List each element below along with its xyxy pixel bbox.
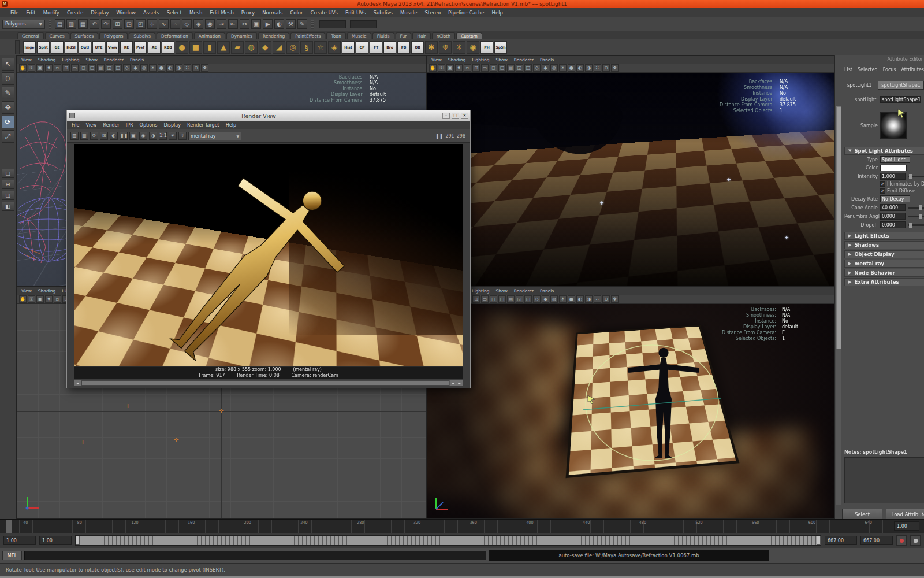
load-attributes-button[interactable]: Load Attributes — [886, 509, 924, 520]
save-scene-icon[interactable]: ▦ — [78, 19, 88, 29]
scroll-left2-icon[interactable]: ◄ — [450, 380, 456, 386]
shelf-tab[interactable]: Dynamics — [226, 32, 257, 39]
panel-menu-item[interactable]: Show — [496, 57, 508, 62]
select-button[interactable]: Select — [842, 509, 882, 520]
current-time-field[interactable]: 1.00 — [894, 521, 919, 531]
gate-mask-icon[interactable]: ▢ — [88, 64, 96, 72]
lock-camera-icon[interactable]: ⚿ — [438, 64, 445, 72]
shelf-gold-platonic[interactable]: ◈ — [328, 41, 341, 54]
snap-view-icon[interactable]: ◈ — [193, 19, 203, 29]
panel-menu-item[interactable]: List — [844, 67, 852, 72]
shaded-icon[interactable]: ◆ — [542, 64, 549, 72]
lock-camera-icon[interactable]: ⚿ — [28, 64, 35, 72]
quick-rename-field[interactable] — [350, 20, 377, 28]
safe-title-icon[interactable]: ◲ — [114, 64, 122, 72]
ipr-render-icon[interactable]: ◐ — [110, 132, 118, 140]
panel-menu-item[interactable]: View — [431, 57, 442, 62]
wireframe-icon[interactable]: ◇ — [533, 64, 541, 72]
panel-menu-item[interactable]: Lighting — [472, 57, 489, 62]
gate-mask-icon[interactable]: ▢ — [498, 64, 506, 72]
exposure-icon[interactable]: ☀ — [169, 132, 177, 140]
screenspace-ao-icon[interactable]: ◐ — [166, 64, 174, 72]
gate-mask-icon[interactable]: ▢ — [498, 295, 506, 303]
menubar-item[interactable]: Create — [67, 10, 83, 16]
panel-menu-item[interactable]: Renderer — [514, 57, 534, 62]
lights-icon[interactable]: ☀ — [559, 64, 567, 72]
panel-menu-item[interactable]: File — [72, 123, 79, 128]
shelf-tab[interactable]: Hair — [412, 32, 430, 39]
paint-select-tool[interactable]: ✎ — [2, 87, 14, 99]
scale-tool[interactable]: ⤢ — [2, 130, 14, 143]
save-image-icon[interactable]: ▦ — [80, 132, 88, 140]
panel-menu-item[interactable]: Lighting — [472, 288, 489, 294]
scrollbar-thumb[interactable] — [81, 380, 449, 386]
scroll-left-icon[interactable]: ◄ — [74, 380, 81, 386]
shelf-hdsl[interactable]: HdSl — [65, 41, 77, 54]
layout-single-pane[interactable]: □ — [2, 169, 14, 178]
move-tool[interactable]: ✥ — [2, 101, 14, 114]
collapsed-section-header[interactable]: ▶ mental ray — [844, 260, 924, 268]
select-object-icon[interactable]: ◳ — [124, 19, 134, 29]
lights-icon[interactable]: ☀ — [149, 64, 157, 72]
menubar-item[interactable]: Help — [492, 10, 503, 16]
shelf-tab[interactable]: Rendering — [258, 32, 289, 39]
collapsed-section-header[interactable]: ▶ Extra Attributes — [844, 278, 924, 286]
camera-select-icon[interactable]: ✋ — [19, 64, 27, 72]
textured-icon[interactable]: ◍ — [550, 64, 558, 72]
panel-menu-item[interactable]: Panels — [540, 57, 554, 62]
shelf-re[interactable]: RE — [120, 41, 133, 54]
menubar-item[interactable]: Display — [91, 10, 109, 16]
layout-two-pane[interactable]: ◫ — [2, 191, 14, 200]
output-ops-icon[interactable]: ⇤ — [228, 19, 238, 29]
shelf-hist[interactable]: Hist — [342, 41, 355, 54]
close-button[interactable]: ✕ — [461, 113, 468, 119]
time-slider[interactable]: 4080120160200240280320360400440480520560… — [0, 519, 924, 533]
undo-icon[interactable]: ↶ — [90, 19, 99, 29]
panel-menu-item[interactable]: IPR — [126, 123, 133, 128]
scrollbar-thumb[interactable] — [836, 106, 841, 349]
range-start-handle[interactable] — [76, 536, 80, 545]
shelf-ob[interactable]: OB — [411, 41, 424, 54]
shelf-cp[interactable]: CP — [356, 41, 368, 54]
resolution-gate-icon[interactable]: ◻ — [80, 64, 87, 72]
panel-menu-item[interactable]: Show — [496, 288, 508, 294]
display-real-size-icon[interactable]: 1:1 — [159, 132, 167, 140]
safe-action-icon[interactable]: ◱ — [516, 295, 523, 303]
shelf-split[interactable]: Split — [37, 41, 50, 54]
menubar-item[interactable]: Pipeline Cache — [448, 10, 484, 16]
panel-menu-item[interactable]: Shading — [448, 57, 465, 62]
safe-title-icon[interactable]: ◲ — [524, 64, 532, 72]
snap-point-icon[interactable]: ∴ — [170, 19, 180, 29]
select-hierarchy-icon[interactable]: ⊞ — [113, 19, 122, 29]
range-end-field[interactable]: 667.00 — [825, 536, 857, 545]
menubar-item[interactable]: Color — [290, 10, 303, 16]
snap-plane-icon[interactable]: ◇ — [182, 19, 192, 29]
motion-blur-icon[interactable]: ◑ — [175, 64, 182, 72]
shelf-gold-pipe[interactable]: ◎ — [286, 41, 299, 54]
multisample-icon[interactable]: ∷ — [594, 295, 601, 303]
penumbra-angle-slider[interactable] — [908, 216, 924, 217]
shelf-pref[interactable]: Pref — [134, 41, 147, 54]
lasso-tool[interactable]: ⬯ — [2, 72, 14, 85]
menubar-item[interactable]: Edit Mesh — [210, 10, 234, 16]
isolate-select-icon[interactable]: ⊙ — [602, 64, 610, 72]
grid-toggle-icon[interactable]: ⊞ — [472, 295, 480, 303]
shelf-gold-fx3[interactable]: ✳ — [453, 41, 465, 54]
shadows-icon[interactable]: ● — [568, 295, 575, 303]
redo-render-icon[interactable]: ⟳ — [90, 132, 98, 140]
panel-menu-item[interactable]: Focus — [883, 67, 896, 72]
pause-ipr-icon[interactable]: ❚❚ — [120, 132, 128, 140]
screenspace-ao-icon[interactable]: ◐ — [576, 64, 584, 72]
shelf-gold-cube[interactable]: ■ — [189, 41, 202, 54]
shaded-icon[interactable]: ◆ — [542, 295, 549, 303]
menubar-item[interactable]: Subdivs — [374, 10, 393, 16]
snap-curve-icon[interactable]: ∿ — [159, 19, 169, 29]
shelf-tab[interactable]: Deformation — [157, 32, 193, 39]
render-region-icon[interactable]: ⊡ — [100, 132, 108, 140]
section-spot-light-attributes[interactable]: ▼ Spot Light Attributes — [844, 147, 924, 155]
panel-menu-item[interactable]: Render — [103, 123, 119, 128]
isolate-select-icon[interactable]: ⊙ — [192, 64, 200, 72]
layout-four-pane[interactable]: ⊞ — [2, 180, 14, 189]
camera-attrs-icon[interactable]: ▣ — [36, 295, 44, 303]
menubar-item[interactable]: Select — [167, 10, 182, 16]
